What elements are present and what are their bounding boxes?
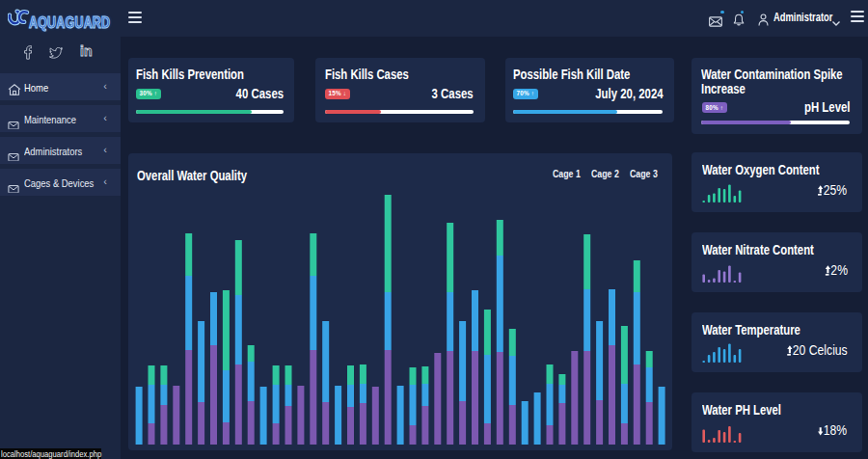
svg-text:in: in [80,44,92,57]
